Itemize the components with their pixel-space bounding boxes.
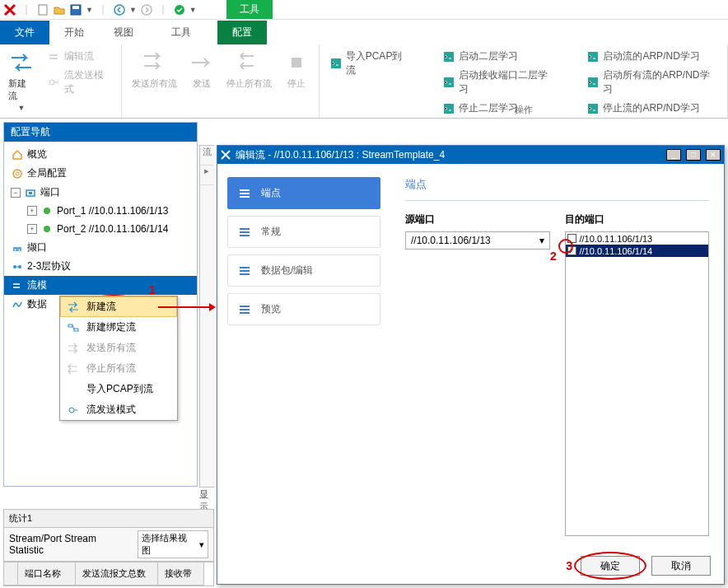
menu-icon [240, 306, 251, 314]
annotation-2-circle [558, 239, 573, 254]
svg-point-19 [16, 172, 19, 175]
send-all-button[interactable]: 发送所有流 [130, 48, 179, 91]
annotation-3-circle [574, 552, 646, 580]
stats-title: 统计1 [4, 510, 213, 528]
start-arp-all-button[interactable]: 启动所有流的ARP/ND学习 [583, 67, 721, 98]
status-green-icon [40, 204, 54, 217]
stats-panel: 统计1 Stream/Port Stream Statistic 选择结果视图▾… [3, 509, 214, 586]
terminal-icon [586, 50, 600, 63]
bind-flow-icon [67, 321, 80, 334]
svg-point-5 [114, 5, 124, 15]
tree-overview[interactable]: 概览 [4, 145, 197, 164]
svg-rect-16 [588, 77, 598, 87]
tree-ports[interactable]: − 端口 [4, 183, 197, 202]
maximize-button[interactable]: □ [686, 149, 701, 161]
svg-point-6 [142, 5, 152, 15]
capture-icon [11, 241, 24, 254]
flow-send-mode-button[interactable]: 流发送模式 [44, 67, 114, 98]
tree-capture[interactable]: 撷口 [4, 238, 197, 257]
ctx-import-pcap[interactable]: 导入PCAP到流 [60, 379, 177, 399]
quick-access-toolbar: ▼ ▼ ▼ [0, 0, 728, 20]
menu-icon [240, 189, 251, 198]
start-rx-l2-button[interactable]: 启动接收端口二层学习 [439, 67, 559, 98]
send-mode-icon [67, 404, 80, 417]
import-pcap-button[interactable]: 导入PCAP到流 [326, 48, 414, 79]
svg-point-9 [49, 80, 54, 85]
middle-toolbar: 流 ▸ [199, 145, 214, 488]
ctx-stop-all[interactable]: 停止所有流 [60, 358, 177, 379]
dst-port-label: 目的端口 [565, 212, 710, 226]
svg-rect-28 [74, 329, 78, 331]
terminal-icon [442, 50, 455, 63]
tree-l23[interactable]: 2-3层协议 [4, 257, 197, 276]
tree-port1[interactable]: + Port_1 //10.0.11.106/1/13 [4, 202, 197, 220]
expand-icon[interactable]: + [27, 224, 37, 234]
menu-icon [240, 267, 251, 275]
dropdown-chevron-icon[interactable]: ▼ [189, 6, 197, 14]
app-icon [3, 3, 16, 16]
dst-port-item-1[interactable]: //10.0.11.106/1/13 [566, 232, 709, 245]
collapse-icon[interactable]: − [11, 188, 21, 198]
stop-all-button[interactable]: 停止所有流 [225, 48, 273, 91]
home-icon [11, 148, 24, 161]
tree-global[interactable]: 全局配置 [4, 164, 197, 183]
side-general[interactable]: 常规 [227, 216, 380, 248]
new-flow-button[interactable]: 新建流 ▼ [7, 48, 36, 114]
dialog-titlebar[interactable]: 编辑流 - //10.0.11.106/1/13 : StreamTemplat… [217, 146, 724, 164]
stop-all-icon [67, 362, 80, 376]
ctx-new-bind[interactable]: 新建绑定流 [60, 317, 177, 338]
dst-port-item-2[interactable]: ✓ //10.0.11.106/1/14 [566, 245, 709, 257]
side-endpoint[interactable]: 端点 [227, 177, 380, 209]
start-l2-button[interactable]: 启动二层学习 [439, 48, 559, 65]
close-button[interactable]: ✕ [706, 149, 721, 161]
ctx-flow-send-mode[interactable]: 流发送模式 [60, 399, 177, 420]
svg-point-25 [18, 265, 21, 268]
port-icon [24, 186, 37, 199]
stats-tab[interactable]: Stream/Port Stream Statistic [9, 533, 133, 556]
dst-port-list[interactable]: //10.0.11.106/1/13 ✓ //10.0.11.106/1/14 [565, 231, 710, 536]
tab-start[interactable]: 开始 [49, 21, 99, 44]
forward-icon[interactable] [140, 3, 153, 16]
start-arp-flow-button[interactable]: 启动流的ARP/ND学习 [583, 48, 721, 65]
stats-view-dropdown[interactable]: 选择结果视图▾ [138, 530, 208, 558]
open-icon[interactable] [53, 3, 66, 16]
edit-flow-button[interactable]: 编辑流 [44, 48, 114, 65]
save-icon[interactable] [69, 3, 82, 16]
status-ok-icon[interactable] [173, 3, 186, 16]
svg-rect-3 [72, 6, 79, 9]
tree-flow-template[interactable]: 流模 [4, 276, 197, 295]
cancel-button[interactable]: 取消 [651, 556, 711, 576]
side-packet[interactable]: 数据包/编辑 [227, 254, 380, 287]
midbar-item[interactable]: 流 [200, 146, 213, 166]
stats-table-header: 端口名称 发送流报文总数 接收带 [4, 562, 213, 586]
context-menu: 新建流 新建绑定流 发送所有流 停止所有流 导入PCAP到流 流发送模式 [59, 296, 178, 421]
terminal-icon [329, 57, 343, 70]
dropdown-chevron-icon[interactable]: ▼ [129, 6, 137, 14]
terminal-icon [586, 76, 600, 89]
tab-file[interactable]: 文件 [0, 21, 49, 44]
stats-th-port: 端口名称 [18, 562, 76, 586]
new-icon[interactable] [36, 3, 49, 16]
send-button[interactable]: 发送 [187, 48, 217, 91]
expand-icon[interactable]: + [27, 206, 37, 216]
svg-marker-32 [209, 303, 216, 311]
midbar-chevron[interactable]: ▸ [200, 166, 213, 185]
tab-config[interactable]: 配置 [217, 21, 267, 44]
minimize-button[interactable]: _ [666, 149, 681, 161]
side-preview[interactable]: 预览 [227, 293, 380, 325]
divider [96, 3, 110, 16]
stop-button[interactable]: 停止 [282, 48, 311, 91]
back-icon[interactable] [113, 3, 126, 16]
tab-tools[interactable]: 工具 [156, 21, 206, 44]
dropdown-chevron-icon[interactable]: ▼ [86, 6, 93, 14]
chevron-down-icon: ▼ [18, 104, 26, 112]
svg-rect-10 [292, 58, 301, 68]
import-icon [67, 383, 80, 396]
ctx-send-all[interactable]: 发送所有流 [60, 338, 177, 358]
src-port-dropdown[interactable]: //10.0.11.106/1/13 ▾ [405, 231, 550, 250]
flow-arrows-icon [8, 49, 35, 76]
tree-port2[interactable]: + Port_2 //10.0.11.106/1/14 [4, 220, 197, 238]
menu-icon [240, 228, 251, 236]
svg-point-18 [13, 170, 21, 178]
tab-view[interactable]: 视图 [99, 21, 148, 44]
